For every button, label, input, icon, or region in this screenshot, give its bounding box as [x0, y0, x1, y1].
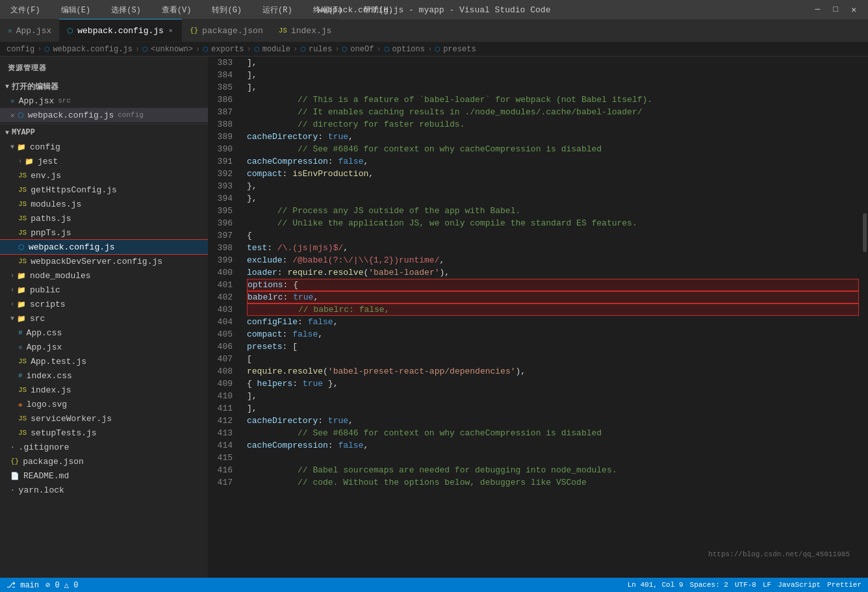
open-editor-app-jsx[interactable]: ⚛ App.jsx src	[0, 94, 208, 108]
status-formatter[interactable]: Prettier	[827, 581, 862, 589]
menu-goto[interactable]: 转到(G)	[208, 3, 246, 17]
app-css-icon: #	[18, 329, 23, 337]
menu-file[interactable]: 文件(F)	[6, 3, 44, 17]
folder-jest[interactable]: › 📁 jest	[0, 154, 208, 168]
bc-presets[interactable]: presets	[443, 45, 476, 54]
folder-scripts[interactable]: › 📁 scripts	[0, 297, 208, 311]
tab-index-js[interactable]: JS index.js	[271, 19, 340, 42]
file-webpackdev[interactable]: JS webpackDevServer.config.js	[0, 254, 208, 268]
file-package-json[interactable]: {} package.json	[0, 454, 208, 469]
open-editors-section[interactable]: ▼ 打开的编辑器	[0, 79, 208, 94]
line-number-398: 398	[208, 242, 233, 254]
tab-label-webpack: webpack.config.js	[77, 26, 164, 36]
folder-public[interactable]: › 📁 public	[0, 283, 208, 297]
code-line-401: options: {	[247, 279, 859, 291]
bc-exports[interactable]: exports	[211, 45, 244, 54]
setuptests-icon: JS	[18, 429, 27, 437]
file-index-css[interactable]: # index.css	[0, 368, 208, 383]
minimize-button[interactable]: ─	[810, 3, 826, 16]
file-app-test[interactable]: JS App.test.js	[0, 354, 208, 368]
file-serviceworker[interactable]: JS serviceWorker.js	[0, 411, 208, 426]
bc-rules-icon: ⬡	[300, 45, 306, 53]
open-editor-webpack-label: webpack.config.js	[28, 110, 114, 120]
line-number-414: 414	[208, 439, 233, 452]
bc-options[interactable]: options	[392, 45, 425, 54]
file-webpack-config[interactable]: ⬡ webpack.config.js	[0, 240, 208, 254]
open-editors-arrow: ▼	[5, 83, 9, 90]
file-app-css[interactable]: # App.css	[0, 326, 208, 340]
file-index-css-label: index.css	[27, 371, 72, 381]
code-line-415	[247, 452, 859, 464]
line-number-410: 410	[208, 390, 233, 402]
tab-app-jsx[interactable]: ⚛ App.jsx	[0, 19, 59, 42]
code-line-405: compact: false,	[247, 328, 859, 341]
status-position[interactable]: Ln 401, Col 9	[628, 581, 683, 589]
file-webpack-config-label: webpack.config.js	[29, 242, 115, 252]
scrollbar-thumb[interactable]	[863, 213, 867, 252]
bc-unknown-icon: ⬡	[142, 45, 148, 53]
folder-src[interactable]: ▼ 📁 src	[0, 311, 208, 326]
status-errors[interactable]: ⊘ 0 △ 0	[45, 580, 78, 590]
file-pnpts-js[interactable]: JS pnpTs.js	[0, 225, 208, 240]
src-folder-icon: 📁	[17, 315, 26, 323]
file-setuptests[interactable]: JS setupTests.js	[0, 426, 208, 440]
status-branch[interactable]: ⎇ main	[6, 580, 39, 590]
bc-oneof[interactable]: oneOf	[350, 45, 374, 54]
menu-run[interactable]: 运行(R)	[259, 3, 296, 17]
open-editor-webpack[interactable]: ✕ ⬡ webpack.config.js config	[0, 108, 208, 122]
project-section[interactable]: ▼ MYAPP	[0, 125, 208, 140]
file-logo-svg[interactable]: ❋ logo.svg	[0, 397, 208, 411]
code-editor[interactable]: 3833843853863873883893903913923933943953…	[208, 57, 859, 578]
file-gitignore[interactable]: · .gitignore	[0, 440, 208, 454]
folder-nodemodules-label: node_modules	[30, 271, 91, 281]
bc-options-icon: ⬡	[384, 45, 390, 53]
status-eol[interactable]: LF	[763, 581, 771, 589]
file-readme[interactable]: 📄 README.md	[0, 469, 208, 483]
logo-svg-icon: ❋	[18, 400, 23, 409]
tab-package-json[interactable]: {} package.json	[182, 19, 271, 42]
status-language[interactable]: JavaScript	[778, 581, 821, 589]
close-editor-webpack-icon[interactable]: ✕	[10, 111, 15, 120]
status-encoding[interactable]: UTF-8	[735, 581, 756, 589]
file-package-json-label: package.json	[23, 457, 84, 467]
app-test-icon: JS	[18, 357, 27, 365]
open-editor-app-jsx-label: App.jsx	[19, 96, 55, 106]
scrollbar-rail[interactable]	[859, 57, 868, 578]
code-line-408: require.resolve('babel-preset-react-app/…	[247, 365, 859, 378]
menu-select[interactable]: 选择(S)	[107, 3, 145, 17]
code-line-413: // See #6846 for context on why cacheCom…	[247, 427, 859, 439]
maximize-button[interactable]: □	[828, 3, 843, 16]
line-number-390: 390	[208, 143, 233, 155]
bc-module[interactable]: module	[262, 45, 290, 54]
status-spaces[interactable]: Spaces: 2	[690, 581, 728, 589]
code-line-394: },	[247, 192, 859, 205]
code-line-385: ],	[247, 81, 859, 94]
folder-node-modules[interactable]: › 📁 node_modules	[0, 268, 208, 283]
file-app-jsx[interactable]: ⚛ App.jsx	[0, 340, 208, 354]
file-gethttpsconfig[interactable]: JS getHttpsConfig.js	[0, 183, 208, 197]
tab-webpack-config[interactable]: ⬡ webpack.config.js ✕	[59, 19, 182, 42]
code-line-390: // See #6846 for context on why cacheCom…	[247, 143, 859, 155]
bc-rules[interactable]: rules	[309, 45, 332, 54]
paths-js-icon: JS	[18, 214, 27, 222]
bc-unknown[interactable]: <unknown>	[151, 45, 193, 54]
file-yarnlock[interactable]: · yarn.lock	[0, 483, 208, 497]
bc-config[interactable]: config	[6, 45, 34, 54]
file-paths-js[interactable]: JS paths.js	[0, 211, 208, 225]
file-index-js[interactable]: JS index.js	[0, 383, 208, 397]
file-gethttps-label: getHttpsConfig.js	[31, 185, 117, 195]
code-line-389: cacheDirectory: true,	[247, 131, 859, 143]
folder-config[interactable]: ▼ 📁 config	[0, 140, 208, 154]
tab-close-webpack[interactable]: ✕	[168, 26, 174, 35]
menu-view[interactable]: 查看(V)	[158, 3, 196, 17]
menu-edit[interactable]: 编辑(E)	[57, 3, 95, 17]
file-logo-svg-label: logo.svg	[27, 400, 67, 409]
status-left: ⎇ main ⊘ 0 △ 0	[6, 580, 78, 590]
line-number-393: 393	[208, 180, 233, 192]
file-modules-js[interactable]: JS modules.js	[0, 197, 208, 211]
close-button[interactable]: ✕	[846, 3, 862, 16]
file-env-js[interactable]: JS env.js	[0, 168, 208, 183]
bc-webpack-file[interactable]: webpack.config.js	[53, 45, 132, 54]
nodemodules-arrow: ›	[10, 272, 14, 279]
src-arrow: ▼	[10, 315, 14, 322]
